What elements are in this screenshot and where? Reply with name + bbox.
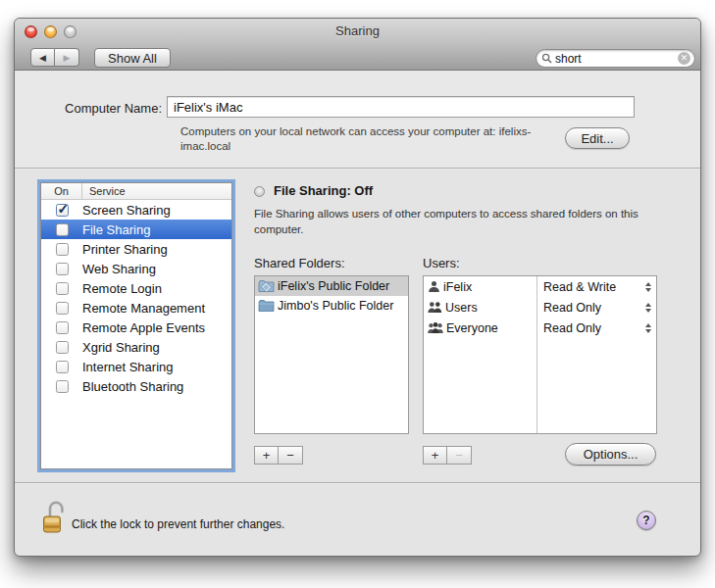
- column-header-on[interactable]: On: [41, 183, 82, 200]
- service-checkbox[interactable]: [56, 204, 69, 217]
- search-clear-icon[interactable]: ✕: [678, 52, 690, 65]
- service-checkbox[interactable]: [56, 243, 69, 256]
- back-arrow-icon: ◀: [39, 53, 46, 63]
- user-row[interactable]: Everyone Read Only: [424, 318, 656, 338]
- shared-folder-row[interactable]: iFelix's Public Folder: [255, 276, 408, 296]
- remove-folder-button[interactable]: −: [279, 446, 303, 465]
- service-row-remote-apple-events[interactable]: Remote Apple Events: [41, 318, 231, 337]
- users-list: iFelix Read & Write Users Read Only: [423, 275, 657, 434]
- shared-folders-list: iFelix's Public Folder Jimbo's Public Fo…: [254, 275, 409, 434]
- unlocked-lock-icon[interactable]: [42, 498, 66, 535]
- sharing-preferences-window: Sharing ◀ ▶ Show All short ✕ Computer Na…: [14, 18, 701, 557]
- users-label: Users:: [423, 256, 460, 270]
- shared-folders-label: Shared Folders:: [254, 256, 345, 270]
- service-row-remote-management[interactable]: Remote Management: [41, 298, 231, 318]
- add-user-button[interactable]: +: [423, 446, 447, 465]
- service-checkbox[interactable]: [56, 223, 69, 236]
- permission-stepper[interactable]: [640, 282, 656, 292]
- status-indicator-icon: [254, 186, 265, 197]
- column-header-service[interactable]: Service: [82, 185, 126, 197]
- permission-stepper[interactable]: [640, 323, 656, 333]
- service-row-internet-sharing[interactable]: Internet Sharing: [41, 357, 231, 376]
- footer-divider: [15, 482, 700, 483]
- toolbar: ◀ ▶ Show All short ✕: [15, 44, 700, 71]
- computer-name-input[interactable]: iFelix's iMac: [167, 96, 635, 118]
- forward-button[interactable]: ▶: [55, 48, 79, 67]
- service-checkbox[interactable]: [56, 361, 69, 373]
- two-users-icon: [428, 301, 442, 314]
- nav-segmented-control: ◀ ▶: [30, 48, 79, 67]
- public-folder-icon: [258, 279, 275, 293]
- permission-value[interactable]: Read Only: [536, 321, 640, 335]
- shared-folder-row[interactable]: Jimbo's Public Folder: [255, 296, 408, 316]
- users-add-remove: + −: [423, 446, 472, 465]
- search-field[interactable]: short ✕: [536, 49, 695, 68]
- service-checkbox[interactable]: [56, 282, 69, 295]
- permission-stepper[interactable]: [640, 303, 656, 313]
- desktop: Sharing ◀ ▶ Show All short ✕ Computer Na…: [0, 0, 715, 588]
- single-user-icon: [428, 280, 440, 293]
- permission-value[interactable]: Read & Write: [536, 280, 640, 294]
- status-title: File Sharing: Off: [274, 183, 373, 198]
- window-title: Sharing: [15, 24, 700, 38]
- computer-name-description: Computers on your local network can acce…: [180, 124, 569, 154]
- three-users-icon: [428, 321, 443, 334]
- service-row-file-sharing[interactable]: File Sharing: [41, 220, 231, 239]
- service-row-screen-sharing[interactable]: Screen Sharing: [41, 200, 231, 220]
- options-button[interactable]: Options...: [565, 443, 656, 466]
- service-row-xgrid-sharing[interactable]: Xgrid Sharing: [41, 337, 231, 357]
- remove-user-button[interactable]: −: [447, 446, 472, 465]
- magnifier-icon: [541, 53, 552, 64]
- service-row-printer-sharing[interactable]: Printer Sharing: [41, 239, 231, 259]
- search-input[interactable]: short: [555, 52, 678, 66]
- service-checkbox[interactable]: [56, 263, 69, 275]
- lock-caption: Click the lock to prevent further change…: [72, 517, 284, 531]
- section-divider: [15, 168, 700, 169]
- show-all-button[interactable]: Show All: [94, 48, 171, 68]
- title-bar[interactable]: Sharing: [15, 19, 700, 44]
- folder-icon: [258, 299, 275, 313]
- shared-folders-add-remove: + −: [254, 446, 303, 465]
- service-checkbox[interactable]: [56, 321, 69, 334]
- service-row-bluetooth-sharing[interactable]: Bluetooth Sharing: [41, 376, 231, 396]
- service-checkbox[interactable]: [56, 380, 69, 393]
- user-row[interactable]: Users Read Only: [424, 297, 656, 318]
- service-checkbox[interactable]: [56, 341, 69, 354]
- service-checkbox[interactable]: [56, 302, 69, 315]
- services-header: On Service: [41, 183, 231, 200]
- user-row[interactable]: iFelix Read & Write: [424, 276, 656, 297]
- service-row-web-sharing[interactable]: Web Sharing: [41, 259, 231, 278]
- back-button[interactable]: ◀: [30, 48, 55, 67]
- services-list: On Service Screen Sharing File Sharing P…: [40, 182, 232, 469]
- permission-value[interactable]: Read Only: [536, 301, 640, 315]
- add-folder-button[interactable]: +: [254, 446, 279, 465]
- help-button[interactable]: ?: [637, 511, 656, 530]
- service-row-remote-login[interactable]: Remote Login: [41, 278, 231, 298]
- forward-arrow-icon: ▶: [64, 53, 71, 63]
- computer-name-label: Computer Name:: [52, 101, 162, 116]
- edit-button[interactable]: Edit...: [565, 127, 630, 149]
- file-sharing-description: File Sharing allows users of other compu…: [254, 207, 678, 237]
